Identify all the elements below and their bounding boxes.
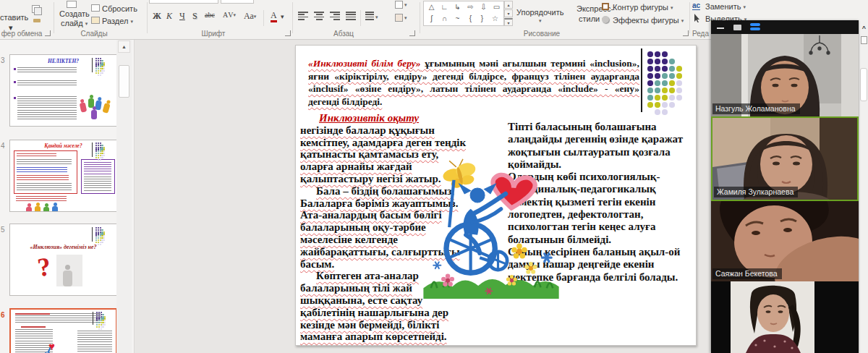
underline-button[interactable]: Ч: [179, 11, 185, 22]
editor-scroll-up-icon[interactable]: ^: [859, 25, 868, 32]
text-direction-chevron-icon[interactable]: ▾: [404, 2, 407, 8]
text-direction-icon[interactable]: [395, 1, 403, 9]
font-size-combobox[interactable]: [221, 0, 254, 4]
minimize-icon[interactable]: [717, 27, 724, 29]
editor-scrollbar[interactable]: ^: [859, 20, 868, 353]
new-slide-button[interactable]: Создать: [59, 9, 90, 18]
thumbnail-scroll-up-button[interactable]: ▲: [118, 41, 130, 53]
children-clipart: [52, 206, 58, 212]
drawing-dialog-launcher[interactable]: [683, 30, 689, 36]
shape-curve-icon[interactable]: ~: [451, 13, 464, 24]
section-button[interactable]: Раздел ▾: [102, 17, 133, 25]
slide-canvas[interactable]: «Инклюзивті білім беру» ұғымының мәні ағ…: [295, 45, 697, 346]
section-icon[interactable]: [91, 17, 100, 24]
new-slide-button-line2[interactable]: слайд ▾: [61, 19, 88, 27]
columns-chevron-icon[interactable]: ▾: [375, 14, 378, 20]
thumb-text-lines: [17, 80, 77, 87]
columns-button[interactable]: [365, 12, 375, 20]
thumb-text-lines: [17, 67, 77, 74]
change-case-button[interactable]: Аа▾: [244, 11, 256, 22]
replace-button[interactable]: Заменить ▾: [705, 2, 746, 11]
shape-star-icon[interactable]: ☆: [489, 13, 501, 24]
align-justify-button[interactable]: [346, 12, 356, 20]
shape-right-arrow-icon[interactable]: ⇨: [464, 1, 477, 12]
replace-chevron-icon: ▾: [744, 4, 746, 9]
align-center-button[interactable]: [314, 12, 324, 20]
section-label: Раздел: [102, 17, 128, 25]
shape-down-arrow-icon[interactable]: ⇩: [477, 1, 490, 12]
char-spacing-button[interactable]: АV▾: [223, 11, 236, 19]
thumbnail-scrollbar-thumb[interactable]: [119, 65, 129, 98]
thumbnail-slide-5[interactable]: «Инклюзия» дегеніміз не? ?: [9, 224, 117, 296]
reset-slide-icon[interactable]: [91, 4, 100, 12]
slides-group-label: Слайды: [69, 30, 119, 38]
replace-icon[interactable]: ac: [692, 1, 700, 10]
shape-effects-label: Эффекты фигуры: [613, 16, 679, 25]
thumbnail-scrollbar[interactable]: ▲: [116, 40, 132, 353]
dots-line-decor: [92, 58, 93, 72]
thumbnail-slide-6-selected[interactable]: ♥: [9, 308, 117, 353]
shapes-more-icon[interactable]: ▾: [504, 18, 513, 26]
shapes-scroll-up-icon[interactable]: ▴: [504, 1, 513, 9]
participant-name-badge: Саяжан Бекетова: [712, 268, 782, 279]
shape-outline-icon[interactable]: [602, 3, 609, 10]
shape-right-brace-icon[interactable]: }: [476, 13, 488, 24]
heart-icon: [490, 174, 536, 210]
align-right-button[interactable]: [330, 12, 340, 20]
editor-scrollbar-thumb[interactable]: [860, 68, 867, 101]
shape-angle-icon[interactable]: ∟: [438, 1, 451, 12]
scrollbar-split-box[interactable]: [861, 36, 867, 44]
gallery-view-icon[interactable]: [750, 23, 760, 31]
arrange-button[interactable]: Упорядочить: [516, 8, 563, 17]
children-clipart: [80, 102, 88, 112]
restore-icon[interactable]: [733, 25, 741, 30]
replace-label: Заменить: [705, 2, 741, 11]
font-dialog-launcher[interactable]: [285, 30, 291, 36]
participant-tile-2-active[interactable]: Жамиля Зулкарнаева: [711, 116, 859, 201]
bold-button[interactable]: Ж: [153, 11, 161, 22]
zoom-meeting-window[interactable]: Назгуль Жоламановна: [711, 20, 859, 353]
new-slide-chevron-icon: ▾: [85, 21, 88, 26]
participant-tile-3[interactable]: Саяжан Бекетова: [711, 201, 859, 281]
shape-elbow-arrow-icon[interactable]: ↳: [451, 1, 464, 12]
shape-outline-label: Контур фигуры: [613, 3, 668, 12]
children-clipart: [95, 101, 102, 111]
participant-tile-4[interactable]: [711, 281, 859, 353]
font-name-combobox[interactable]: [149, 0, 218, 4]
shape-arc-icon[interactable]: ∩: [438, 13, 451, 24]
shape-rectangle-icon[interactable]: ▭: [490, 1, 503, 12]
intro-textbox[interactable]: «Инклюзивті білім беру» ұғымының мәні ағ…: [308, 57, 639, 108]
paragraph-dialog-launcher[interactable]: [409, 30, 415, 36]
strikethrough-button[interactable]: abc: [205, 11, 215, 19]
shapes-scroll-down-icon[interactable]: ▾: [504, 9, 513, 17]
paragraph-group-label: Абзац: [318, 30, 369, 38]
shape-outline-button[interactable]: Контур фигуры ▾: [613, 3, 673, 12]
shape-effects-button[interactable]: Эффекты фигуры ▾: [613, 16, 684, 25]
format-painter-icon[interactable]: [33, 19, 41, 22]
quick-styles-button-line2[interactable]: стили ▾: [579, 14, 605, 23]
select-pointer-icon[interactable]: [694, 14, 701, 22]
align-left-button[interactable]: [298, 12, 308, 20]
shape-left-brace-icon[interactable]: {: [464, 13, 477, 24]
new-slide-icon[interactable]: [67, 1, 77, 8]
arrange-chevron-icon[interactable]: ▾: [539, 18, 542, 24]
red-textbox-decor: [14, 150, 77, 194]
zoom-title-bar[interactable]: [711, 20, 859, 34]
shape-effects-icon[interactable]: [602, 16, 609, 23]
convert-smartart-chevron-icon[interactable]: ▾: [404, 15, 407, 21]
thumb-text-lines: [16, 196, 67, 203]
convert-smartart-icon[interactable]: [395, 14, 403, 22]
participant-tile-1[interactable]: Назгуль Жоламановна: [711, 34, 859, 116]
thumbnail-slide-3[interactable]: НЕЛІКТЕН?: [9, 54, 117, 127]
paste-button[interactable]: ставить: [0, 13, 28, 22]
reset-button[interactable]: Сбросить: [102, 4, 137, 13]
text-shadow-button[interactable]: S: [192, 11, 197, 22]
shape-freeform-icon[interactable]: ʃ: [425, 13, 438, 24]
thumbnail-slide-4[interactable]: Қандай мәселе?: [9, 140, 117, 212]
new-slide-label-1: Создать: [59, 9, 90, 18]
font-color-chevron-icon[interactable]: ▾: [281, 13, 284, 20]
shape-triangle-icon[interactable]: △: [425, 1, 438, 12]
font-color-button[interactable]: А: [271, 11, 277, 22]
italic-button[interactable]: К: [166, 11, 172, 22]
clipboard-dialog-launcher[interactable]: [45, 30, 51, 36]
